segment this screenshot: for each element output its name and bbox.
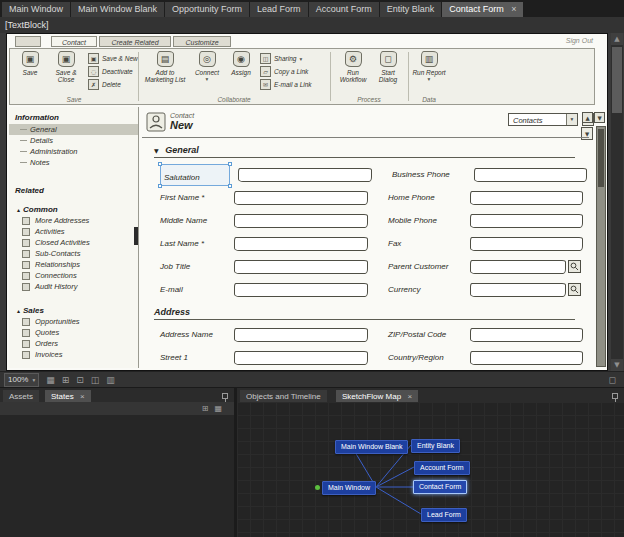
- show-grid-icon[interactable]: ⊞: [62, 374, 70, 386]
- run-report-button[interactable]: ▥ Run Report ▾: [412, 51, 446, 94]
- snap-lines-icon[interactable]: ◫: [91, 374, 100, 386]
- nav-item-invoices[interactable]: Invoices: [9, 349, 138, 360]
- nav-item-more-addresses[interactable]: More Addresses: [9, 215, 138, 226]
- tab-entity-blank[interactable]: Entity Blank: [380, 2, 442, 17]
- parent-customer-lookup-button[interactable]: [568, 260, 581, 273]
- currency-input[interactable]: [470, 283, 566, 297]
- view-selector-combobox[interactable]: Contacts ▾: [508, 113, 578, 126]
- nav-item-opportunities[interactable]: Opportunities: [9, 316, 138, 327]
- close-icon[interactable]: ×: [80, 392, 85, 401]
- map-node-lead-form[interactable]: Lead Form: [421, 508, 467, 522]
- parent-customer-input[interactable]: [470, 260, 566, 274]
- tab-contact-form[interactable]: Contact Form ×: [442, 2, 523, 17]
- ribbon-tab-contact[interactable]: Contact: [51, 36, 97, 47]
- copy-a-link-button[interactable]: ▱ Copy a Link: [260, 66, 312, 77]
- chevron-down-icon[interactable]: ▾: [566, 114, 577, 125]
- add-to-marketing-list-button[interactable]: ▤ Add to Marketing List: [142, 51, 188, 94]
- adorner-handle[interactable]: [228, 184, 232, 188]
- close-icon[interactable]: ×: [511, 4, 516, 14]
- nav-item-relationships[interactable]: Relationships: [9, 259, 138, 270]
- salutation-input[interactable]: [238, 168, 372, 182]
- scrollbar-thumb[interactable]: [612, 47, 622, 113]
- nav-item-general[interactable]: General: [9, 124, 138, 135]
- pin-icon[interactable]: [612, 393, 618, 399]
- adorner-handle[interactable]: [158, 184, 162, 188]
- connect-button[interactable]: ◎ Connect ▾: [190, 51, 224, 94]
- nav-group-sales[interactable]: ▴Sales: [9, 304, 138, 316]
- section-expand-icon[interactable]: ▼: [154, 147, 159, 154]
- save-button[interactable]: ▣ Save: [16, 51, 44, 94]
- zoom-select[interactable]: 100% ▾: [4, 373, 39, 387]
- map-node-main-window[interactable]: Main Window: [322, 481, 376, 495]
- map-node-contact-form[interactable]: Contact Form: [413, 480, 467, 494]
- job-title-input[interactable]: [234, 260, 368, 274]
- nav-item-sub-contacts[interactable]: Sub-Contacts: [9, 248, 138, 259]
- scroll-down-icon[interactable]: ▼: [594, 112, 605, 123]
- scroll-up-icon[interactable]: ▲: [582, 112, 593, 123]
- adorner-handle[interactable]: [158, 162, 162, 166]
- nav-item-closed-activities[interactable]: Closed Activities: [9, 237, 138, 248]
- fax-input[interactable]: [470, 237, 583, 251]
- close-icon[interactable]: ×: [407, 392, 412, 401]
- business-phone-input[interactable]: [474, 168, 587, 182]
- email-input[interactable]: [234, 283, 368, 297]
- nav-item-audit-history[interactable]: Audit History: [9, 281, 138, 292]
- pin-icon[interactable]: [222, 393, 228, 399]
- home-phone-input[interactable]: [470, 191, 583, 205]
- snap-grid-icon[interactable]: ⊡: [76, 374, 84, 386]
- save-and-new-button[interactable]: ▣ Save & New: [88, 53, 138, 64]
- add-state-group-icon[interactable]: ⊞: [202, 402, 209, 415]
- scroll-up-icon[interactable]: ▲: [611, 33, 623, 45]
- section-header-address[interactable]: Address: [154, 307, 575, 320]
- section-header-general[interactable]: ▼ General: [154, 145, 575, 158]
- tab-lead-form[interactable]: Lead Form: [250, 2, 308, 17]
- save-and-close-button[interactable]: ▣ Save & Close: [48, 51, 84, 94]
- nav-item-quotes[interactable]: Quotes: [9, 327, 138, 338]
- scroll-down-icon[interactable]: ▼: [611, 359, 623, 371]
- sketchflow-map-panel[interactable]: Main Window Blank Entity Blank Account F…: [237, 402, 624, 537]
- middle-name-input[interactable]: [234, 214, 368, 228]
- sign-out-link[interactable]: Sign Out: [566, 37, 593, 44]
- deactivate-button[interactable]: ◌ Deactivate: [88, 66, 138, 77]
- nav-item-orders[interactable]: Orders: [9, 338, 138, 349]
- form-scrollbar[interactable]: [596, 126, 606, 367]
- address-name-input[interactable]: [234, 328, 368, 342]
- ribbon-tab-stub[interactable]: [15, 36, 41, 47]
- render-effects-icon[interactable]: ▥: [106, 374, 115, 386]
- country-region-input[interactable]: [470, 351, 583, 365]
- run-workflow-button[interactable]: ⚙ Run Workflow: [336, 51, 370, 94]
- tab-main-window[interactable]: Main Window: [2, 2, 70, 17]
- map-node-main-window-blank[interactable]: Main Window Blank: [335, 440, 408, 454]
- ribbon-tab-customize[interactable]: Customize: [173, 36, 231, 47]
- nav-item-administration[interactable]: Administration: [9, 146, 138, 157]
- add-state-icon[interactable]: ▦: [214, 402, 222, 415]
- workspace-scrollbar[interactable]: ▲ ▼: [611, 33, 623, 371]
- email-a-link-button[interactable]: ✉ E-mail a Link: [260, 79, 312, 90]
- map-node-entity-blank[interactable]: Entity Blank: [411, 439, 460, 453]
- nav-scrollbar-thumb[interactable]: [134, 227, 138, 245]
- assign-button[interactable]: ◉ Assign: [226, 51, 256, 94]
- adorner-handle[interactable]: [228, 162, 232, 166]
- scrollbar-thumb[interactable]: [598, 129, 604, 187]
- mobile-phone-input[interactable]: [470, 214, 583, 228]
- first-name-input[interactable]: [234, 191, 368, 205]
- delete-button[interactable]: ✗ Delete: [88, 79, 138, 90]
- map-node-account-form[interactable]: Account Form: [414, 461, 470, 475]
- nav-item-notes[interactable]: Notes: [9, 157, 138, 168]
- currency-lookup-button[interactable]: [568, 283, 581, 296]
- nav-item-connections[interactable]: Connections: [9, 270, 138, 281]
- nav-item-details[interactable]: Details: [9, 135, 138, 146]
- pan-icon[interactable]: ◻: [609, 374, 616, 386]
- sharing-button[interactable]: ◫ Sharing ▾: [260, 53, 312, 64]
- next-record-button[interactable]: ▼: [581, 127, 593, 140]
- tab-main-window-blank[interactable]: Main Window Blank: [71, 2, 164, 17]
- design-surface[interactable]: Contact Create Related Customize Sign Ou…: [6, 33, 608, 371]
- nav-group-common[interactable]: ▴Common: [9, 203, 138, 215]
- zoom-fit-icon[interactable]: ▦: [46, 374, 55, 386]
- nav-item-activities[interactable]: Activities: [9, 226, 138, 237]
- ribbon-tab-create-related[interactable]: Create Related: [99, 36, 171, 47]
- start-dialog-button[interactable]: ◻ Start Dialog: [372, 51, 404, 94]
- tab-account-form[interactable]: Account Form: [309, 2, 379, 17]
- selection-adorner[interactable]: Salutation: [160, 164, 230, 186]
- last-name-input[interactable]: [234, 237, 368, 251]
